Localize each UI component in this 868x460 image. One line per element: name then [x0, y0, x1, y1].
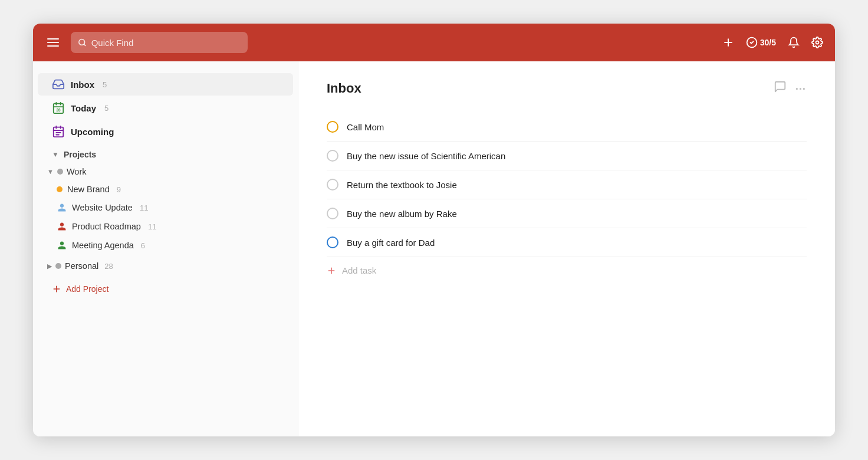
product-roadmap-label: Product Roadmap [72, 222, 141, 231]
task-buy-gift-card[interactable]: Buy a gift card for Dad [327, 228, 807, 257]
personal-group-header[interactable]: ▶ Personal 28 [38, 257, 293, 275]
today-count: 5 [104, 104, 108, 113]
task-call-mom[interactable]: Call Mom [327, 113, 807, 142]
search-bar[interactable] [71, 32, 248, 53]
add-project-label: Add Project [66, 284, 108, 294]
task-circle-return-textbook [327, 179, 338, 190]
today-label: Today [71, 103, 96, 113]
search-icon [78, 38, 87, 47]
meeting-agenda-label: Meeting Agenda [72, 241, 134, 250]
karma-icon[interactable]: 30/5 [746, 37, 776, 48]
notifications-icon[interactable] [788, 37, 800, 48]
work-group-header[interactable]: ▼ Work [38, 163, 293, 180]
add-project-button[interactable]: Add Project [38, 280, 293, 298]
task-list: Call Mom Buy the new issue of Scientific… [327, 113, 807, 284]
settings-icon[interactable] [811, 37, 823, 48]
meeting-agenda-count: 6 [141, 241, 145, 250]
new-brand-label: New Brand [67, 185, 110, 194]
new-brand-dot [57, 186, 63, 192]
page-title: Inbox [327, 81, 774, 96]
sidebar-item-today[interactable]: 28 Today 5 [38, 97, 293, 119]
upcoming-icon [52, 125, 65, 138]
task-circle-rake-album [327, 208, 338, 219]
task-buy-scientific-american[interactable]: Buy the new issue of Scientific American [327, 142, 807, 170]
meeting-agenda-icon [57, 240, 67, 251]
add-task-label: Add task [342, 265, 376, 275]
task-buy-rake-album[interactable]: Buy the new album by Rake [327, 199, 807, 228]
project-new-brand[interactable]: New Brand 9 [38, 180, 293, 198]
task-text-rake-album: Buy the new album by Rake [347, 209, 457, 219]
search-input[interactable] [91, 38, 241, 48]
inbox-icon [52, 78, 65, 91]
task-return-textbook[interactable]: Return the textbook to Josie [327, 170, 807, 199]
header-actions: ⋯ [774, 80, 807, 96]
work-dot [57, 169, 63, 175]
task-text-return-textbook: Return the textbook to Josie [347, 180, 457, 190]
project-website-update[interactable]: Website Update 11 [38, 198, 293, 217]
personal-count: 28 [104, 262, 113, 271]
comment-icon[interactable] [774, 80, 787, 96]
main-content: Inbox ⋯ Call Mom [298, 61, 835, 436]
menu-icon[interactable] [45, 36, 61, 49]
task-circle-call-mom [327, 121, 338, 133]
task-text-scientific-american: Buy the new issue of Scientific American [347, 151, 505, 161]
inbox-label: Inbox [71, 80, 94, 90]
sidebar-item-upcoming[interactable]: Upcoming [38, 120, 293, 143]
product-roadmap-icon [57, 221, 67, 232]
work-label: Work [67, 167, 87, 176]
inbox-count: 5 [103, 80, 107, 89]
website-update-count: 11 [140, 203, 148, 212]
task-text-call-mom: Call Mom [347, 122, 384, 132]
projects-header[interactable]: ▼ Projects [38, 144, 293, 163]
personal-chevron-icon: ▶ [47, 262, 52, 270]
topbar: 30/5 [33, 24, 835, 61]
personal-dot [55, 263, 61, 269]
projects-chevron: ▼ [52, 150, 59, 159]
upcoming-label: Upcoming [71, 127, 114, 137]
svg-text:28: 28 [56, 108, 61, 112]
projects-header-label: Projects [64, 150, 96, 159]
main-header: Inbox ⋯ [327, 80, 807, 96]
more-options-icon[interactable]: ⋯ [795, 82, 807, 95]
website-update-label: Website Update [72, 203, 133, 212]
project-meeting-agenda[interactable]: Meeting Agenda 6 [38, 236, 293, 255]
product-roadmap-count: 11 [148, 222, 156, 231]
sidebar: Inbox 5 28 Today 5 [33, 61, 298, 436]
topbar-right: 30/5 [722, 37, 823, 48]
task-circle-scientific-american [327, 150, 338, 162]
task-text-gift-card: Buy a gift card for Dad [347, 238, 435, 248]
work-chevron-icon: ▼ [47, 168, 54, 175]
website-update-icon [57, 202, 67, 213]
add-button[interactable] [722, 37, 734, 48]
app-window: 30/5 [33, 24, 835, 436]
svg-line-1 [84, 44, 86, 46]
personal-label: Personal [65, 261, 98, 271]
sidebar-item-inbox[interactable]: Inbox 5 [38, 73, 293, 96]
calendar-icon: 28 [52, 101, 65, 114]
app-body: Inbox 5 28 Today 5 [33, 61, 835, 436]
task-circle-gift-card [327, 236, 338, 248]
new-brand-count: 9 [117, 185, 121, 194]
karma-count: 30/5 [760, 38, 776, 47]
svg-point-5 [816, 41, 819, 44]
project-product-roadmap[interactable]: Product Roadmap 11 [38, 217, 293, 236]
add-task-row[interactable]: Add task [327, 257, 807, 284]
